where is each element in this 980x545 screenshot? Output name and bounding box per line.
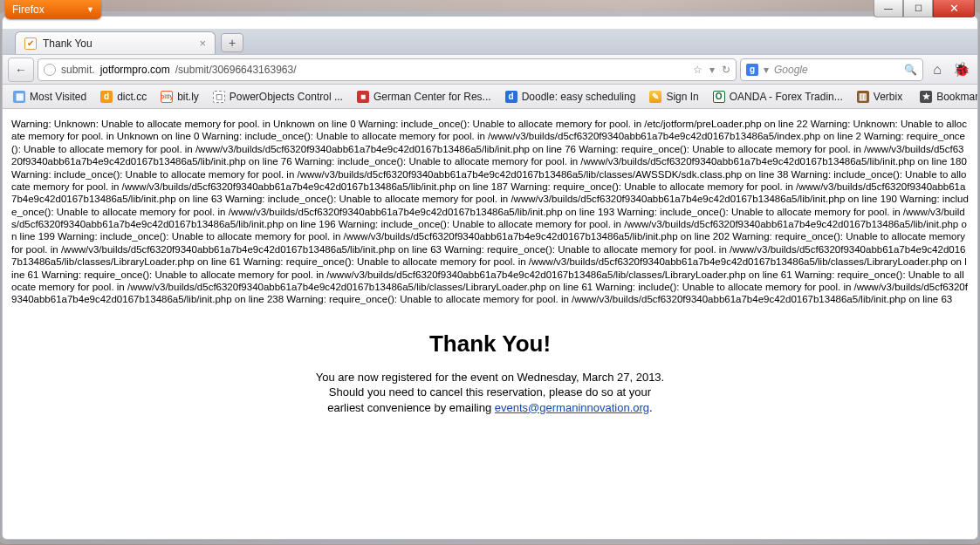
url-prefix: submit. bbox=[61, 64, 95, 76]
search-engine-dropdown[interactable]: ▾ bbox=[764, 64, 769, 76]
bookmark-label: Verbix bbox=[874, 91, 902, 103]
bookmark-sign-in[interactable]: ✎Sign In bbox=[644, 88, 703, 106]
minimize-icon: — bbox=[884, 3, 893, 13]
search-input[interactable]: g ▾ Google 🔍 bbox=[740, 58, 923, 81]
bookmark-doodle[interactable]: dDoodle: easy scheduling bbox=[500, 88, 641, 106]
bookmark-german-center[interactable]: ■German Center for Res... bbox=[352, 88, 497, 106]
bookmark-oanda[interactable]: OOANDA - Forex Tradin... bbox=[708, 88, 848, 106]
bookmark-most-visited[interactable]: ▦Most Visited bbox=[8, 88, 92, 106]
msg-line-1: You are now registered for the event on … bbox=[316, 371, 664, 384]
globe-icon bbox=[44, 64, 56, 76]
tab-thank-you[interactable]: ✔ Thank You × bbox=[15, 31, 216, 54]
window-minimize-button[interactable]: — bbox=[874, 0, 903, 17]
tab-close-button[interactable]: × bbox=[199, 37, 206, 50]
maximize-icon: ☐ bbox=[915, 3, 922, 13]
msg-line-3-prefix: earliest convenience by emailing bbox=[327, 401, 495, 414]
back-button[interactable]: ← bbox=[8, 58, 34, 82]
firefox-menu-label: Firefox bbox=[12, 3, 45, 16]
url-dropdown-button[interactable]: ▾ bbox=[709, 64, 715, 76]
addon-button[interactable]: 🐞 bbox=[951, 59, 972, 80]
window-maximize-button[interactable]: ☐ bbox=[903, 0, 933, 17]
search-placeholder: Google bbox=[774, 64, 808, 76]
url-path: /submit/30696643163963/ bbox=[175, 64, 297, 76]
msg-line-3-suffix: . bbox=[649, 401, 653, 414]
new-tab-button[interactable]: + bbox=[221, 33, 243, 52]
msg-line-2: Should you need to cancel this reservati… bbox=[329, 385, 651, 399]
google-icon: g bbox=[746, 64, 758, 76]
bookmark-label: bit.ly bbox=[177, 91, 199, 103]
bookmark-bookmarks-menu[interactable]: ★Bookmarks bbox=[915, 88, 977, 106]
tab-title: Thank You bbox=[43, 37, 93, 50]
url-right-controls: ☆ ▾ ↻ bbox=[693, 64, 730, 76]
thank-you-heading: Thank You! bbox=[11, 330, 969, 358]
reload-button[interactable]: ↻ bbox=[722, 64, 730, 76]
bookmark-label: Most Visited bbox=[30, 91, 86, 103]
browser-window: ✔ Thank You × + ← submit.jotformpro.com/… bbox=[2, 16, 978, 540]
bookmark-dictcc[interactable]: ddict.cc bbox=[95, 88, 152, 106]
bookmark-bitly[interactable]: bitlybit.ly bbox=[155, 88, 204, 106]
thank-you-message: You are now registered for the event on … bbox=[11, 370, 969, 416]
bookmark-verbix[interactable]: ▥Verbix bbox=[852, 88, 908, 106]
bookmark-label: OANDA - Forex Tradin... bbox=[730, 91, 843, 103]
doodle-icon: d bbox=[505, 91, 517, 103]
chevron-down-icon: ▼ bbox=[86, 5, 94, 14]
bookmarks-toolbar: ▦Most Visited ddict.cc bitlybit.ly ◻Powe… bbox=[3, 85, 977, 109]
square-icon: ■ bbox=[357, 91, 369, 103]
grid-icon: ▦ bbox=[13, 91, 25, 103]
tab-strip: ✔ Thank You × + bbox=[3, 29, 977, 55]
books-icon: ▥ bbox=[857, 91, 869, 103]
bitly-icon: bitly bbox=[161, 91, 173, 103]
window-close-button[interactable]: ✕ bbox=[933, 0, 975, 17]
bookmark-label: Bookmarks bbox=[936, 91, 977, 103]
page-content: Warning: Unknown: Unable to allocate mem… bbox=[3, 109, 977, 539]
tab-favicon: ✔ bbox=[24, 37, 37, 50]
url-input[interactable]: submit.jotformpro.com/submit/30696643163… bbox=[38, 58, 737, 81]
titlebar-spacer bbox=[3, 17, 977, 29]
thank-you-section: Thank You! You are now registered for th… bbox=[11, 330, 969, 416]
bookmark-label: Sign In bbox=[666, 91, 698, 103]
bookmark-star-button[interactable]: ☆ bbox=[693, 64, 702, 76]
contact-email-link[interactable]: events@germaninnovation.org bbox=[495, 401, 649, 414]
plus-icon: + bbox=[229, 36, 236, 50]
firefox-menu-button[interactable]: Firefox ▼ bbox=[5, 0, 101, 19]
star-icon: ★ bbox=[920, 91, 932, 103]
check-icon: ✔ bbox=[27, 38, 34, 48]
pencil-icon: ✎ bbox=[649, 91, 661, 103]
url-host: jotformpro.com bbox=[100, 64, 170, 76]
bookmark-powerobjects[interactable]: ◻PowerObjects Control ... bbox=[208, 88, 348, 106]
bookmark-label: PowerObjects Control ... bbox=[230, 91, 343, 103]
bookmark-label: dict.cc bbox=[117, 91, 147, 103]
search-submit-button[interactable]: 🔍 bbox=[904, 64, 917, 76]
square-icon: ◻ bbox=[213, 91, 225, 103]
window-controls: — ☐ ✕ bbox=[874, 0, 975, 17]
oanda-icon: O bbox=[713, 91, 725, 103]
close-icon: ✕ bbox=[949, 2, 959, 15]
bookmark-label: Doodle: easy scheduling bbox=[522, 91, 636, 103]
php-warning-text: Warning: Unknown: Unable to allocate mem… bbox=[11, 118, 969, 306]
navigation-bar: ← submit.jotformpro.com/submit/306966431… bbox=[3, 55, 977, 85]
home-button[interactable]: ⌂ bbox=[927, 59, 948, 80]
bookmark-label: German Center for Res... bbox=[373, 91, 491, 103]
dictcc-icon: d bbox=[100, 91, 113, 103]
arrow-left-icon: ← bbox=[15, 63, 27, 77]
